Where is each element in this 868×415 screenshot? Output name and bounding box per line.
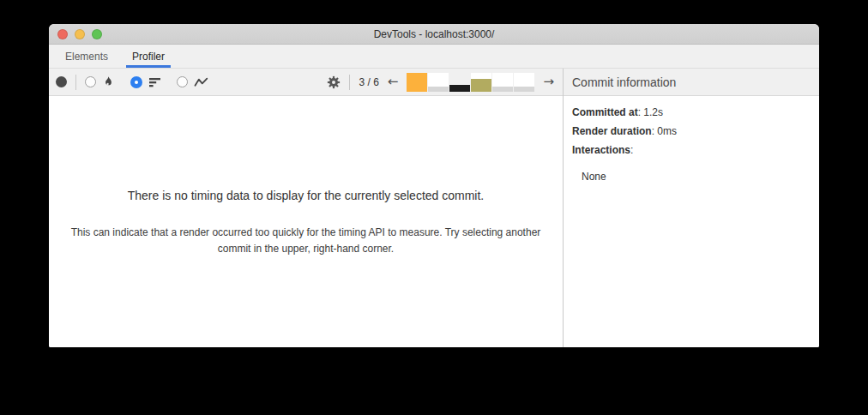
toolbar-divider	[75, 75, 76, 90]
profiler-toolbar: 3 / 6 ← →	[49, 69, 563, 96]
zoom-button[interactable]	[92, 29, 102, 39]
close-button[interactable]	[57, 29, 68, 39]
empty-state-description: This can indicate that a render occurred…	[65, 225, 547, 256]
toolbar-divider	[349, 75, 350, 90]
settings-button[interactable]	[327, 75, 341, 89]
view-option-interactions[interactable]	[177, 76, 208, 88]
interactions-empty-value: None	[572, 171, 811, 182]
flame-icon	[102, 75, 115, 88]
devtools-window: DevTools - localhost:3000/ Elements Prof…	[49, 24, 819, 347]
ranked-radio[interactable]	[130, 76, 142, 88]
profiler-main-panel: 3 / 6 ← → There is no timing data to dis…	[49, 69, 563, 347]
commit-bar[interactable]	[407, 73, 427, 92]
commit-bar[interactable]	[514, 73, 534, 92]
traffic-lights	[57, 24, 102, 44]
empty-state-panel: There is no timing data to display for t…	[49, 96, 563, 347]
render-duration-label: Render duration	[572, 125, 652, 137]
commit-index-label: 3 / 6	[359, 76, 378, 88]
interactions-value: :	[630, 144, 633, 156]
sidebar-header: Commit information	[564, 69, 819, 96]
content-area: 3 / 6 ← → There is no timing data to dis…	[49, 69, 819, 347]
committed-at-label: Committed at	[572, 106, 638, 118]
interactions-label: Interactions	[572, 144, 630, 156]
gear-icon	[327, 75, 341, 89]
screen-background: DevTools - localhost:3000/ Elements Prof…	[0, 0, 868, 415]
window-title: DevTools - localhost:3000/	[374, 28, 495, 40]
tab-label: Elements	[65, 51, 108, 63]
view-option-ranked[interactable]	[130, 76, 161, 88]
ranked-bars-icon	[148, 76, 161, 88]
tab-label: Profiler	[132, 51, 165, 63]
render-duration-row: Render duration: 0ms	[572, 126, 811, 136]
next-commit-button[interactable]: →	[543, 75, 554, 88]
tab-elements[interactable]: Elements	[59, 45, 114, 68]
commit-bar[interactable]	[492, 73, 513, 92]
flamegraph-radio[interactable]	[85, 76, 96, 87]
view-option-flamegraph[interactable]	[85, 75, 115, 88]
window-titlebar[interactable]: DevTools - localhost:3000/	[49, 24, 819, 45]
interactions-row: Interactions:	[572, 145, 811, 155]
committed-at-row: Committed at: 1.2s	[572, 107, 811, 117]
commit-info-sidebar: Commit information Committed at: 1.2s Re…	[563, 69, 819, 347]
commit-selector-bars	[407, 73, 534, 92]
record-button[interactable]	[56, 76, 67, 87]
interactions-radio[interactable]	[177, 76, 188, 87]
previous-commit-button[interactable]: ←	[388, 75, 399, 88]
commit-bar[interactable]	[449, 73, 470, 92]
render-duration-value: : 0ms	[652, 125, 677, 137]
empty-state-title: There is no timing data to display for t…	[63, 189, 549, 202]
commit-bar[interactable]	[471, 73, 491, 92]
sidebar-body: Committed at: 1.2s Render duration: 0ms …	[564, 96, 819, 193]
commit-bar[interactable]	[428, 73, 449, 92]
tab-profiler[interactable]: Profiler	[126, 45, 171, 68]
tab-bar: Elements Profiler	[49, 45, 819, 69]
minimize-button[interactable]	[75, 29, 85, 39]
interactions-zigzag-icon	[194, 76, 208, 88]
committed-at-value: : 1.2s	[638, 106, 663, 118]
